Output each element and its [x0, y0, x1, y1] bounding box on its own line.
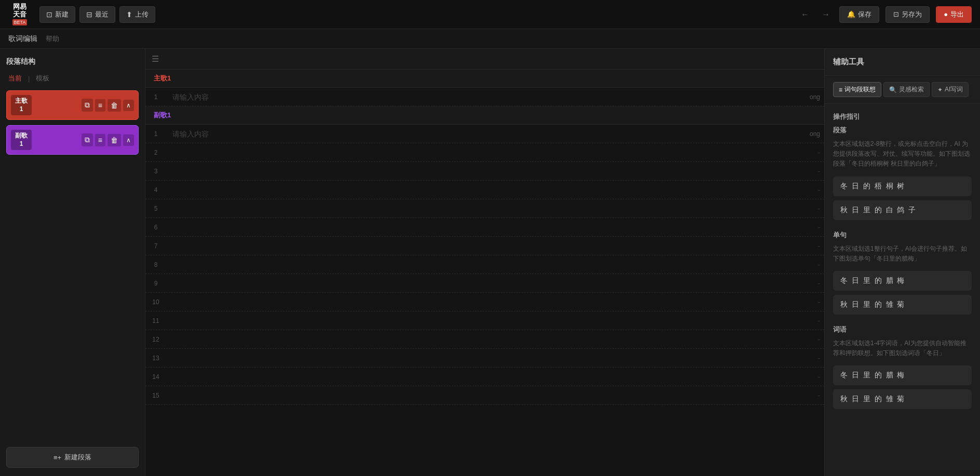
chorus-line-number-14: 14	[145, 373, 166, 380]
tab-phrase-association[interactable]: ≡ 词句段联想	[833, 82, 881, 97]
chorus-line-10: 10 -	[145, 293, 824, 311]
chorus-line-9-dash: -	[818, 280, 824, 287]
chorus-line-1-rhyme: ong	[798, 130, 824, 138]
chorus-line-12: 12 -	[145, 330, 824, 349]
redo-button[interactable]: →	[818, 8, 833, 21]
save-button[interactable]: 🔔 保存	[839, 6, 879, 23]
chorus-line-12-input[interactable]	[166, 331, 818, 348]
chorus-edit-button[interactable]: ≡	[95, 134, 105, 146]
chorus-line-number-5: 5	[145, 205, 166, 212]
section-line-desc: 文本区域划选1整行句子，AI会进行句子推荐。如下图划选单句「冬日里的腊梅」	[833, 244, 972, 264]
chorus-line-6-input[interactable]	[166, 219, 818, 236]
tab-current[interactable]: 当前	[6, 73, 24, 84]
chorus-line-2-input[interactable]	[166, 144, 818, 161]
verse-copy-button[interactable]: ⧉	[82, 99, 93, 112]
chorus-line-2-dash: -	[818, 149, 824, 156]
chorus-line-8-input[interactable]	[166, 256, 818, 273]
verse-line-1: 1 ong	[145, 88, 824, 106]
tab-inspiration-search[interactable]: 🔍 灵感检索	[883, 82, 930, 97]
chorus-line-5-input[interactable]	[166, 200, 818, 217]
chorus-collapse-button[interactable]: ∧	[123, 134, 134, 146]
export-icon: ●	[944, 10, 948, 18]
help-link[interactable]: 帮助	[46, 34, 59, 44]
chorus-line-8: 8 -	[145, 255, 824, 274]
chorus-line-13-input[interactable]	[166, 350, 818, 366]
save-as-icon: ⊡	[893, 10, 899, 18]
chorus-line-number-6: 6	[145, 224, 166, 231]
chorus-line-7-dash: -	[818, 242, 824, 250]
chorus-line-number-12: 12	[145, 336, 166, 343]
line-example-1: 冬 日 里 的 腊 梅	[833, 271, 972, 291]
chorus-line-11-dash: -	[818, 317, 824, 324]
chorus-line-14-input[interactable]	[166, 369, 818, 385]
chorus-line-5-dash: -	[818, 205, 824, 212]
chorus-line-2: 2 -	[145, 143, 824, 162]
tab-ai-write[interactable]: ✦ AI写词	[932, 82, 969, 97]
section-para-title: 段落	[833, 126, 972, 135]
recent-button[interactable]: ⊟ 最近	[79, 6, 115, 23]
chorus-line-3-input[interactable]	[166, 163, 818, 180]
chorus-line-7-input[interactable]	[166, 238, 818, 254]
section-word-desc: 文本区域划选1-4字词语，AI为您提供自动智能推荐和押韵联想。如下图划选词语「冬…	[833, 338, 972, 358]
sidebar: 段落结构 当前 | 模板 主歌1 ⧉ ≡ 🗑 ∧ 副歌1 ⧉ ≡ 🗑 ∧	[0, 49, 145, 476]
right-panel-title: 辅助工具	[833, 57, 972, 67]
chorus-line-4-dash: -	[818, 186, 824, 194]
new-para-button[interactable]: ≡+ 新建段落	[6, 447, 139, 468]
section-word-title: 词语	[833, 325, 972, 334]
verse-card: 主歌1 ⧉ ≡ 🗑 ∧	[6, 90, 139, 120]
verse-section-header: 主歌1	[145, 70, 824, 88]
save-as-button[interactable]: ⊡ 另存为	[885, 6, 930, 23]
page-title: 歌词编辑	[8, 34, 37, 44]
chorus-line-15-input[interactable]	[166, 387, 818, 404]
chorus-line-9-input[interactable]	[166, 275, 818, 292]
verse-edit-button[interactable]: ≡	[95, 99, 105, 112]
chorus-line-6-dash: -	[818, 224, 824, 231]
logo: 网易 天音 BETA	[8, 3, 31, 26]
section-para-desc: 文本区域划选2-8整行，或光标点击空白行，AI 为您提供段落改写、对仗、续写等功…	[833, 139, 972, 169]
chorus-line-number-8: 8	[145, 261, 166, 268]
export-button[interactable]: ● 导出	[936, 6, 972, 23]
subtitlebar: 歌词编辑 帮助	[0, 29, 980, 49]
verse-line-1-input[interactable]	[166, 89, 798, 105]
verse-collapse-button[interactable]: ∧	[123, 100, 134, 111]
chorus-line-11-input[interactable]	[166, 312, 818, 329]
logo-text: 网易 天音	[13, 3, 26, 18]
word-example-2: 秋 日 里 的 雏 菊	[833, 389, 972, 409]
upload-icon: ⬆	[126, 10, 132, 19]
chorus-line-number-4: 4	[145, 186, 166, 194]
chorus-line-number-13: 13	[145, 355, 166, 362]
chorus-line-10-dash: -	[818, 298, 824, 306]
undo-button[interactable]: ←	[798, 8, 812, 21]
tab-separator: |	[28, 75, 30, 83]
chorus-line-10-input[interactable]	[166, 294, 818, 310]
new-para-icon: ≡+	[53, 454, 61, 461]
chorus-line-number-1: 1	[145, 130, 166, 138]
chorus-line-number-15: 15	[145, 392, 166, 399]
section-line: 单句 文本区域划选1整行句子，AI会进行句子推荐。如下图划选单句「冬日里的腊梅」…	[833, 230, 972, 315]
new-button[interactable]: ⊡ 新建	[39, 6, 75, 23]
chorus-line-14-dash: -	[818, 373, 824, 380]
right-panel-header: 辅助工具	[825, 49, 980, 76]
chorus-card: 副歌1 ⧉ ≡ 🗑 ∧	[6, 125, 139, 155]
upload-button[interactable]: ⬆ 上传	[119, 6, 155, 23]
verse-delete-button[interactable]: 🗑	[108, 99, 121, 112]
chorus-line-1: 1 ong	[145, 125, 824, 143]
chorus-delete-button[interactable]: 🗑	[108, 134, 121, 146]
chorus-line-1-input[interactable]	[166, 126, 798, 142]
chorus-line-4-input[interactable]	[166, 182, 818, 198]
chorus-section-header: 副歌1	[145, 106, 824, 125]
tab-template[interactable]: 模板	[34, 73, 51, 84]
chorus-line-15: 15 -	[145, 386, 824, 405]
phrase-icon: ≡	[839, 86, 842, 93]
topbar: 网易 天音 BETA ⊡ 新建 ⊟ 最近 ⬆ 上传 ← → 🔔 保存 ⊡ 另存为	[0, 0, 980, 29]
save-icon: 🔔	[847, 10, 855, 18]
chorus-actions: ⧉ ≡ 🗑 ∧	[35, 133, 134, 146]
line-number-1: 1	[145, 93, 166, 101]
chorus-line-7: 7 -	[145, 237, 824, 255]
toolbar-menu-icon[interactable]: ☰	[152, 54, 159, 64]
sidebar-title: 段落结构	[6, 57, 139, 66]
chorus-copy-button[interactable]: ⧉	[82, 133, 93, 146]
right-panel: 辅助工具 ≡ 词句段联想 🔍 灵感检索 ✦ AI写词 操作指引 段落 文本区域划…	[824, 49, 980, 476]
topbar-left: 网易 天音 BETA ⊡ 新建 ⊟ 最近 ⬆ 上传	[8, 3, 155, 26]
chorus-line-3: 3 -	[145, 162, 824, 181]
